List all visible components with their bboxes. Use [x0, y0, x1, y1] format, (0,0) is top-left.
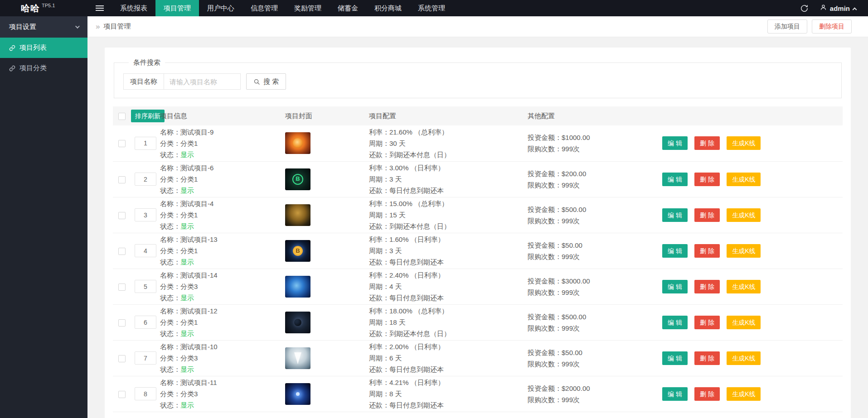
edit-button[interactable]: 编 辑 [662, 173, 688, 186]
menu-toggle-icon[interactable] [87, 0, 112, 16]
nav-item-user-center[interactable]: 用户中心 [199, 0, 242, 16]
project-name-input[interactable] [164, 73, 241, 90]
edit-button[interactable]: 编 辑 [662, 316, 688, 329]
column-header-project-cover: 项目封面 [285, 106, 369, 125]
row-checkbox[interactable] [118, 283, 126, 291]
nav-item-reward-management[interactable]: 奖励管理 [286, 0, 330, 16]
nav-item-project-management[interactable]: 项目管理 [155, 0, 199, 16]
user-icon [820, 4, 827, 12]
table-body: 名称：测试项目-9 分类：分类1 状态：显示 利率：21.60% （总利率） 周… [113, 125, 843, 418]
project-category: 分类：分类3 [160, 352, 285, 364]
sidebar-group-project-settings[interactable]: 项目设置 [0, 16, 87, 38]
select-all-checkbox[interactable] [118, 113, 126, 120]
project-list-card: 条件搜索 项目名称 搜 索 [105, 48, 851, 418]
project-repay: 还款：每日付息到期还本 [369, 399, 528, 411]
nav-item-points-mall[interactable]: 积分商城 [366, 0, 410, 16]
project-name: 名称：测试项目-4 [160, 198, 285, 209]
project-repay: 还款：每日付息到期还本 [369, 256, 528, 268]
project-status: 显示 [180, 330, 194, 337]
edit-button[interactable]: 编 辑 [662, 208, 688, 222]
edit-button[interactable]: 编 辑 [662, 351, 688, 365]
project-category: 分类：分类1 [160, 209, 285, 221]
project-status-label: 状态： [160, 365, 180, 373]
sort-input[interactable] [135, 351, 156, 365]
edit-button[interactable]: 编 辑 [662, 280, 688, 293]
delete-project-button[interactable]: 删除项目 [812, 19, 852, 34]
app-logo[interactable]: 哈哈 TP5.1 [0, 0, 87, 16]
nav-item-info-management[interactable]: 信息管理 [242, 0, 286, 16]
delete-button[interactable]: 删 除 [694, 280, 720, 293]
kline-button[interactable]: 生成K线 [727, 136, 761, 150]
nav-item-system-reports[interactable]: 系统报表 [112, 0, 155, 16]
project-category: 分类：分类3 [160, 388, 285, 399]
delete-button[interactable]: 删 除 [694, 351, 720, 365]
add-project-button[interactable]: 添加项目 [767, 19, 807, 34]
user-menu[interactable]: admin [820, 4, 856, 12]
table-row: 名称：测试项目-6 分类：分类1 状态：显示 利率：3.00% （日利率） 周期… [113, 161, 843, 197]
project-rate: 利率：2.00% （日利率） [369, 341, 528, 352]
project-cover-image [285, 204, 310, 226]
project-repay: 还款：到期还本付息（日） [369, 328, 528, 339]
project-status: 显示 [180, 294, 194, 302]
kline-button[interactable]: 生成K线 [727, 280, 761, 293]
row-checkbox[interactable] [118, 212, 126, 219]
project-repay: 还款：到期还本付息（日） [369, 149, 528, 160]
kline-button[interactable]: 生成K线 [727, 387, 761, 401]
kline-button[interactable]: 生成K线 [727, 208, 761, 222]
search-button[interactable]: 搜 索 [246, 73, 286, 90]
page-title: 项目管理 [103, 22, 131, 31]
nav-item-system-management[interactable]: 系统管理 [410, 0, 453, 16]
sidebar-item-project-list[interactable]: 项目列表 [0, 38, 87, 58]
project-cover-image [285, 240, 310, 262]
project-rate: 利率：21.60% （总利率） [369, 126, 528, 138]
sort-refresh-button[interactable]: 排序刷新 [131, 110, 165, 122]
project-cover-image [285, 347, 310, 369]
kline-button[interactable]: 生成K线 [727, 316, 761, 329]
row-checkbox[interactable] [118, 140, 126, 147]
project-amount: 投资金额：$50.00 [528, 240, 662, 251]
username: admin [830, 5, 850, 12]
delete-button[interactable]: 删 除 [694, 208, 720, 222]
kline-button[interactable]: 生成K线 [727, 173, 761, 186]
sidebar-item-project-category[interactable]: 项目分类 [0, 58, 87, 78]
table-row: 名称：测试项目-9 分类：分类1 状态：显示 利率：21.60% （总利率） 周… [113, 125, 843, 161]
project-category: 分类：分类1 [160, 138, 285, 149]
nav-item-savings[interactable]: 储蓄金 [330, 0, 366, 16]
refresh-icon[interactable] [800, 5, 808, 12]
delete-button[interactable]: 删 除 [694, 387, 720, 401]
project-rate: 利率：3.00% （日利率） [369, 162, 528, 173]
kline-button[interactable]: 生成K线 [727, 244, 761, 258]
project-name: 名称：测试项目-12 [160, 305, 285, 317]
sort-input[interactable] [135, 316, 156, 329]
caret-up-icon [853, 7, 857, 12]
edit-button[interactable]: 编 辑 [662, 387, 688, 401]
delete-button[interactable]: 删 除 [694, 316, 720, 329]
table-row: 名称：测试项目-14 分类：分类3 状态：显示 利率：2.40% （日利率） 周… [113, 269, 843, 304]
search-button-label: 搜 索 [263, 77, 279, 86]
project-amount: 投资金额：$500.00 [528, 311, 662, 322]
delete-button[interactable]: 删 除 [694, 244, 720, 258]
delete-button[interactable]: 删 除 [694, 173, 720, 186]
table-row: 名称：测试项目-12 分类：分类1 状态：显示 利率：18.00% （总利率） … [113, 304, 843, 340]
row-checkbox[interactable] [118, 355, 126, 362]
sort-input[interactable] [135, 244, 156, 257]
sort-input[interactable] [135, 137, 156, 150]
project-limit: 限购次数：999次 [528, 287, 662, 298]
row-checkbox[interactable] [118, 248, 126, 255]
sort-input[interactable] [135, 208, 156, 221]
project-repay: 还款：到期还本付息（日） [369, 221, 528, 232]
project-category: 分类：分类1 [160, 317, 285, 328]
sort-input[interactable] [135, 280, 156, 293]
delete-button[interactable]: 删 除 [694, 136, 720, 150]
project-table: 排序刷新 项目信息 项目封面 项目配置 其他配置 名称：测试项目-9 分类 [113, 106, 843, 418]
row-checkbox[interactable] [118, 391, 126, 398]
project-period: 周期：18 天 [369, 317, 528, 328]
edit-button[interactable]: 编 辑 [662, 244, 688, 258]
sort-input[interactable] [135, 173, 156, 186]
kline-button[interactable]: 生成K线 [727, 351, 761, 365]
row-checkbox[interactable] [118, 319, 126, 327]
sort-input[interactable] [135, 387, 156, 400]
project-name: 名称：测试项目-10 [160, 341, 285, 352]
edit-button[interactable]: 编 辑 [662, 136, 688, 150]
row-checkbox[interactable] [118, 176, 126, 183]
